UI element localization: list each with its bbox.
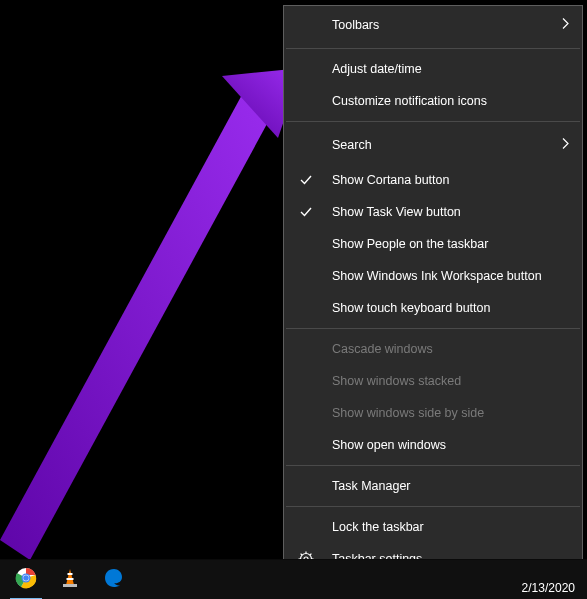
taskbar-edge[interactable] bbox=[92, 560, 136, 600]
menu-separator bbox=[286, 121, 580, 122]
chevron-right-icon bbox=[562, 18, 570, 33]
menu-side-by-side: Show windows side by side bbox=[284, 397, 582, 429]
systray-date-text: 2/13/2020 bbox=[522, 581, 575, 595]
svg-rect-17 bbox=[68, 573, 73, 575]
svg-line-8 bbox=[301, 554, 302, 555]
menu-show-ink-label: Show Windows Ink Workspace button bbox=[332, 269, 542, 283]
svg-marker-16 bbox=[66, 569, 74, 585]
menu-separator bbox=[286, 328, 580, 329]
check-icon bbox=[298, 172, 314, 188]
taskbar[interactable] bbox=[0, 559, 587, 599]
edge-icon bbox=[103, 567, 125, 593]
svg-point-15 bbox=[23, 575, 29, 581]
menu-show-cortana[interactable]: Show Cortana button bbox=[284, 164, 582, 196]
vlc-icon bbox=[59, 567, 81, 593]
menu-task-manager[interactable]: Task Manager bbox=[284, 470, 582, 502]
check-icon bbox=[298, 204, 314, 220]
menu-show-ink[interactable]: Show Windows Ink Workspace button bbox=[284, 260, 582, 292]
menu-show-cortana-label: Show Cortana button bbox=[332, 173, 449, 187]
menu-separator bbox=[286, 465, 580, 466]
taskbar-chrome[interactable] bbox=[4, 560, 48, 600]
menu-lock-taskbar[interactable]: Lock the taskbar bbox=[284, 511, 582, 543]
systray-date[interactable]: 2/13/2020 bbox=[522, 581, 575, 595]
menu-cascade: Cascade windows bbox=[284, 333, 582, 365]
taskbar-vlc[interactable] bbox=[48, 560, 92, 600]
chevron-right-icon bbox=[562, 138, 570, 153]
menu-lock-taskbar-label: Lock the taskbar bbox=[332, 520, 424, 534]
svg-rect-18 bbox=[67, 578, 74, 580]
menu-toolbars[interactable]: Toolbars bbox=[284, 6, 582, 44]
chrome-icon bbox=[15, 567, 37, 593]
menu-show-touch-kb[interactable]: Show touch keyboard button bbox=[284, 292, 582, 324]
menu-cascade-label: Cascade windows bbox=[332, 342, 433, 356]
svg-rect-19 bbox=[63, 584, 77, 587]
menu-customize-notification[interactable]: Customize notification icons bbox=[284, 85, 582, 117]
menu-show-people[interactable]: Show People on the taskbar bbox=[284, 228, 582, 260]
menu-task-manager-label: Task Manager bbox=[332, 479, 411, 493]
menu-separator bbox=[286, 48, 580, 49]
svg-line-11 bbox=[310, 554, 311, 555]
menu-adjust-datetime-label: Adjust date/time bbox=[332, 62, 422, 76]
menu-customize-notification-label: Customize notification icons bbox=[332, 94, 487, 108]
menu-stacked: Show windows stacked bbox=[284, 365, 582, 397]
menu-adjust-datetime[interactable]: Adjust date/time bbox=[284, 53, 582, 85]
menu-search[interactable]: Search bbox=[284, 126, 582, 164]
menu-separator bbox=[286, 506, 580, 507]
taskbar-context-menu: Toolbars Adjust date/time Customize noti… bbox=[283, 5, 583, 576]
menu-toolbars-label: Toolbars bbox=[332, 18, 379, 32]
menu-search-label: Search bbox=[332, 138, 372, 152]
menu-show-people-label: Show People on the taskbar bbox=[332, 237, 488, 251]
menu-show-open[interactable]: Show open windows bbox=[284, 429, 582, 461]
menu-show-touch-kb-label: Show touch keyboard button bbox=[332, 301, 490, 315]
menu-show-task-view-label: Show Task View button bbox=[332, 205, 461, 219]
menu-show-task-view[interactable]: Show Task View button bbox=[284, 196, 582, 228]
menu-side-by-side-label: Show windows side by side bbox=[332, 406, 484, 420]
menu-stacked-label: Show windows stacked bbox=[332, 374, 461, 388]
menu-show-open-label: Show open windows bbox=[332, 438, 446, 452]
